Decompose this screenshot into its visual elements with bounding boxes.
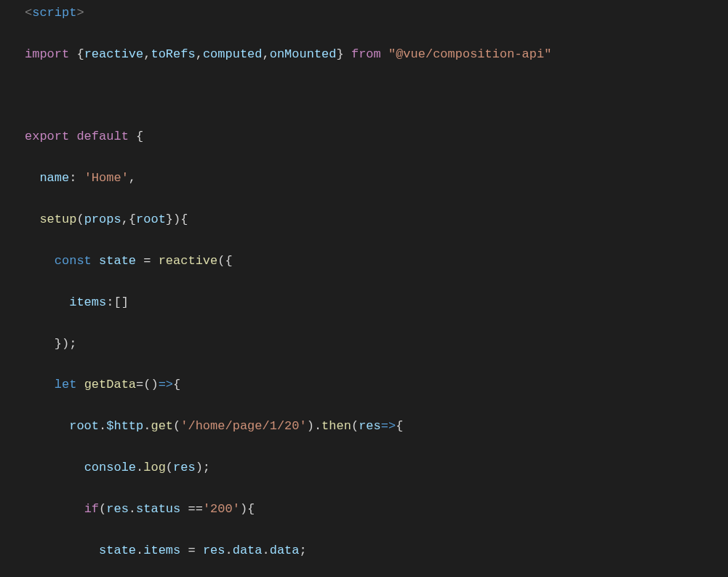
code-token: res — [106, 502, 129, 516]
code-token: { — [396, 419, 403, 433]
code-line[interactable]: <script> — [0, 3, 728, 23]
code-token: getData — [84, 378, 136, 391]
code-token: reactive — [84, 47, 144, 61]
code-token: ); — [196, 461, 210, 474]
code-token: data — [233, 544, 263, 557]
code-token: state — [99, 544, 136, 557]
code-token: toRefs — [151, 47, 195, 61]
code-token: computed — [203, 47, 263, 61]
code-token: > — [76, 6, 84, 20]
code-token: status — [136, 502, 180, 516]
code-line[interactable]: name: 'Home', — [0, 168, 728, 188]
code-token — [25, 419, 69, 433]
code-line[interactable]: let getData=()=>{ — [0, 375, 728, 395]
code-token: data — [270, 544, 300, 557]
code-token: . — [225, 544, 232, 557]
code-line[interactable] — [0, 86, 728, 106]
code-line[interactable]: root.$http.get('/home/page/1/20').then(r… — [0, 416, 728, 437]
code-token: : — [69, 171, 84, 185]
code-token: ). — [307, 419, 321, 433]
code-token: console — [84, 461, 136, 474]
code-token: . — [136, 461, 143, 474]
code-token: root — [136, 212, 166, 226]
code-token: then — [321, 419, 351, 433]
code-token — [381, 47, 388, 61]
code-token: ){ — [240, 502, 255, 516]
code-token: res — [173, 461, 196, 474]
code-token: ( — [173, 419, 180, 433]
code-token — [25, 378, 55, 391]
code-token: 'Home' — [84, 171, 129, 185]
code-token: { — [173, 378, 180, 391]
code-token: get — [151, 419, 173, 433]
code-token: root — [69, 419, 99, 433]
code-token: ,{ — [121, 212, 136, 226]
code-token: , — [129, 171, 136, 185]
code-editor[interactable]: <script> import {reactive,toRefs,compute… — [0, 0, 728, 577]
code-token: import — [25, 47, 69, 61]
code-token: name — [39, 171, 69, 185]
code-token — [25, 212, 39, 226]
code-line[interactable]: items:[] — [0, 293, 728, 313]
code-token: from — [351, 47, 381, 61]
code-token: :[] — [106, 295, 129, 309]
code-token — [25, 171, 39, 185]
code-token: < — [25, 6, 32, 20]
code-token: const — [55, 254, 92, 268]
code-token: items — [143, 544, 180, 557]
code-token: onMounted — [270, 47, 337, 61]
code-token — [92, 254, 99, 268]
code-line[interactable]: export default { — [0, 127, 728, 147]
code-token: { — [69, 47, 84, 61]
code-token: script — [32, 6, 76, 20]
code-token — [69, 130, 76, 143]
code-line[interactable]: if(res.status =='200'){ — [0, 499, 728, 520]
code-line[interactable]: const state = reactive({ — [0, 251, 728, 271]
code-token: res — [203, 544, 225, 557]
code-token: '200' — [203, 502, 240, 516]
code-token: }); — [25, 337, 76, 351]
code-line[interactable]: setup(props,{root}){ — [0, 210, 728, 230]
code-token: log — [143, 461, 166, 474]
code-line[interactable]: console.log(res); — [0, 458, 728, 478]
code-token: =() — [136, 378, 159, 391]
code-token: }){ — [166, 212, 188, 226]
code-token — [76, 378, 84, 391]
code-line[interactable]: import {reactive,toRefs,computed,onMount… — [0, 44, 728, 65]
code-token — [25, 295, 69, 309]
code-token — [25, 544, 99, 557]
code-token: . — [129, 502, 136, 516]
code-token: . — [143, 419, 151, 433]
code-token: => — [159, 378, 173, 391]
code-token: default — [76, 130, 128, 143]
code-token: res — [359, 419, 381, 433]
code-line[interactable]: }); — [0, 334, 728, 354]
code-token: . — [263, 544, 270, 557]
code-token: export — [25, 130, 69, 143]
code-token: == — [180, 502, 203, 516]
code-token: = — [180, 544, 203, 557]
code-token: items — [69, 295, 106, 309]
code-token: props — [84, 212, 121, 226]
code-token: $http — [106, 419, 143, 433]
code-token: setup — [39, 212, 76, 226]
code-token: , — [263, 47, 270, 61]
code-token: if — [84, 502, 99, 516]
code-token: state — [99, 254, 136, 268]
code-token — [25, 254, 55, 268]
code-token: ; — [300, 544, 307, 557]
code-token: . — [136, 544, 143, 557]
code-token: = — [136, 254, 159, 268]
code-token: , — [196, 47, 203, 61]
code-token: { — [129, 130, 143, 143]
code-token: reactive — [159, 254, 218, 268]
code-token: let — [55, 378, 77, 391]
code-token: ( — [166, 461, 173, 474]
code-token: } — [337, 47, 351, 61]
code-line[interactable]: state.items = res.data.data; — [0, 541, 728, 561]
code-token — [25, 461, 84, 474]
code-token: . — [99, 419, 106, 433]
code-token: => — [381, 419, 396, 433]
code-token — [25, 502, 84, 516]
code-token: ( — [76, 212, 84, 226]
